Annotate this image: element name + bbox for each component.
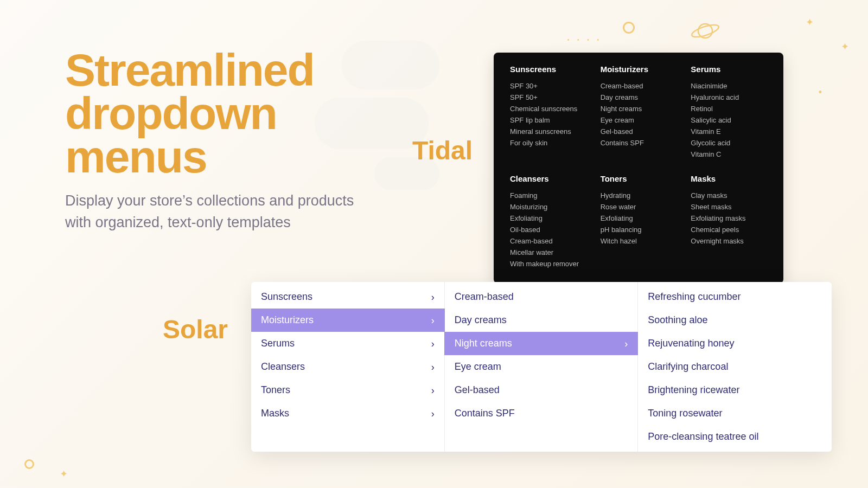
- tidal-menu-item[interactable]: Contains SPF: [601, 137, 677, 149]
- tidal-menu-item[interactable]: Night creams: [601, 103, 677, 114]
- solar-menu-item[interactable]: Refreshing cucumber: [638, 285, 832, 309]
- tidal-menu-item[interactable]: Moisturizing: [510, 201, 586, 213]
- tidal-column-title[interactable]: Cleansers: [510, 174, 586, 183]
- solar-menu-item[interactable]: Moisturizers›: [251, 309, 445, 332]
- sparkle-icon: ✦: [841, 41, 849, 53]
- tidal-menu-item[interactable]: Chemical peels: [691, 224, 767, 235]
- tidal-menu-item[interactable]: Eye cream: [601, 114, 677, 126]
- tidal-menu-item[interactable]: Hydrating: [601, 190, 677, 201]
- tidal-column-title[interactable]: Sunscreens: [510, 65, 586, 74]
- chevron-right-icon: ›: [431, 386, 435, 395]
- solar-menu-item[interactable]: Day creams: [445, 309, 638, 332]
- tidal-menu-item[interactable]: With makeup remover: [510, 258, 586, 269]
- solar-menu-item[interactable]: Masks›: [251, 402, 444, 425]
- tidal-menu-item[interactable]: Exfoliating: [601, 213, 677, 224]
- tidal-column-list: HydratingRose waterExfoliatingpH balanci…: [601, 190, 677, 247]
- svg-point-1: [691, 22, 720, 39]
- tidal-menu-item[interactable]: Exfoliating: [510, 213, 586, 224]
- solar-item-label: Cream-based: [455, 291, 514, 303]
- sparkle-icon: ✦: [806, 16, 814, 28]
- tidal-menu-item[interactable]: Overnight masks: [691, 235, 767, 247]
- tidal-column: SunscreensSPF 30+SPF 50+Chemical sunscre…: [510, 65, 586, 160]
- solar-level2-pane: Cream-basedDay creamsNight creams›Eye cr…: [445, 282, 639, 452]
- solar-item-label: Clarifying charcoal: [648, 361, 728, 373]
- tidal-menu-item[interactable]: For oily skin: [510, 137, 586, 149]
- tidal-menu-item[interactable]: SPF 50+: [510, 92, 586, 103]
- solar-item-label: Day creams: [455, 314, 507, 326]
- planet-icon: [689, 19, 722, 46]
- solar-menu-item[interactable]: Serums›: [251, 332, 444, 355]
- tidal-column-list: SPF 30+SPF 50+Chemical sunscreensSPF lip…: [510, 80, 586, 149]
- tidal-menu-item[interactable]: Cream-based: [601, 80, 677, 92]
- tidal-menu-item[interactable]: Clay masks: [691, 190, 767, 201]
- solar-menu-item[interactable]: Night creams›: [444, 332, 639, 355]
- tidal-menu-item[interactable]: Vitamin C: [691, 149, 767, 160]
- tidal-menu-item[interactable]: Micellar water: [510, 247, 586, 258]
- solar-level1-pane: Sunscreens›Moisturizers›Serums›Cleansers…: [251, 282, 445, 452]
- tidal-menu-item[interactable]: Gel-based: [601, 126, 677, 137]
- tidal-menu-item[interactable]: Sheet masks: [691, 201, 767, 213]
- tidal-column-title[interactable]: Masks: [691, 174, 767, 183]
- tidal-column-title[interactable]: Serums: [691, 65, 767, 74]
- tidal-menu-item[interactable]: pH balancing: [601, 224, 677, 235]
- tidal-menu-item[interactable]: Witch hazel: [601, 235, 677, 247]
- circle-icon: [24, 459, 34, 469]
- circle-icon: [623, 22, 635, 34]
- solar-menu-item[interactable]: Cream-based: [445, 285, 638, 309]
- solar-menu-item[interactable]: Brightening ricewater: [638, 378, 832, 402]
- solar-menu-item[interactable]: Contains SPF: [445, 402, 638, 425]
- tidal-column-list: NiacinimideHyaluronic acidRetinolSalicyl…: [691, 80, 767, 160]
- tidal-column: MasksClay masksSheet masksExfoliating ma…: [691, 172, 767, 269]
- tidal-menu-item[interactable]: Retinol: [691, 103, 767, 114]
- solar-menu-item[interactable]: Toning rosewater: [638, 402, 832, 425]
- solar-item-label: Brightening ricewater: [648, 384, 739, 396]
- solar-menu-item[interactable]: Eye cream: [445, 355, 638, 378]
- solar-menu-item[interactable]: Sunscreens›: [251, 285, 444, 309]
- tidal-menu-item[interactable]: Day creams: [601, 92, 677, 103]
- solar-item-label: Cleansers: [261, 361, 305, 373]
- solar-menu-item[interactable]: Cleansers›: [251, 355, 444, 378]
- solar-menu-item[interactable]: Rejuvenating honey: [638, 332, 832, 355]
- solar-menu-item[interactable]: Soothing aloe: [638, 309, 832, 332]
- page-subtitle: Display your store’s collections and pro…: [65, 190, 369, 233]
- tidal-menu-item[interactable]: Glycolic acid: [691, 137, 767, 149]
- tidal-menu-item[interactable]: Hyaluronic acid: [691, 92, 767, 103]
- tidal-menu-item[interactable]: Mineral sunscreens: [510, 126, 586, 137]
- solar-item-label: Contains SPF: [455, 408, 515, 419]
- solar-label: Solar: [163, 314, 228, 344]
- tidal-menu-item[interactable]: Oil-based: [510, 224, 586, 235]
- tidal-menu-item[interactable]: Niacinimide: [691, 80, 767, 92]
- chevron-right-icon: ›: [431, 339, 435, 349]
- tidal-menu-item[interactable]: Vitamin E: [691, 126, 767, 137]
- solar-item-label: Sunscreens: [261, 291, 312, 303]
- solar-item-label: Rejuvenating honey: [648, 338, 734, 349]
- tidal-column-title[interactable]: Toners: [601, 174, 677, 183]
- tidal-menu: SunscreensSPF 30+SPF 50+Chemical sunscre…: [494, 53, 783, 284]
- solar-menu-item[interactable]: Gel-based: [445, 378, 638, 402]
- tidal-menu-item[interactable]: Chemical sunscreens: [510, 103, 586, 114]
- solar-item-label: Night creams: [455, 338, 512, 349]
- chevron-right-icon: ›: [624, 339, 628, 349]
- solar-item-label: Refreshing cucumber: [648, 291, 741, 303]
- tidal-menu-item[interactable]: Cream-based: [510, 235, 586, 247]
- solar-item-label: Soothing aloe: [648, 314, 707, 326]
- tidal-column: TonersHydratingRose waterExfoliatingpH b…: [601, 172, 677, 269]
- solar-menu-item[interactable]: Toners›: [251, 378, 444, 402]
- solar-menu-item[interactable]: Pore-cleansing teatree oil: [638, 425, 832, 448]
- tidal-column-list: Clay masksSheet masksExfoliating masksCh…: [691, 190, 767, 247]
- solar-item-label: Moisturizers: [261, 314, 314, 326]
- tidal-menu-item[interactable]: Foaming: [510, 190, 586, 201]
- tidal-menu-item[interactable]: Salicylic acid: [691, 114, 767, 126]
- solar-item-label: Serums: [261, 338, 295, 349]
- chevron-right-icon: ›: [431, 409, 435, 419]
- tidal-menu-item[interactable]: Exfoliating masks: [691, 213, 767, 224]
- tidal-column-title[interactable]: Moisturizers: [601, 65, 677, 74]
- hero-section: Streamlined dropdown menus Display your …: [65, 49, 369, 233]
- page-title: Streamlined dropdown menus: [65, 49, 369, 178]
- chevron-right-icon: ›: [431, 362, 435, 372]
- solar-menu-item[interactable]: Clarifying charcoal: [638, 355, 832, 378]
- tidal-menu-item[interactable]: SPF lip balm: [510, 114, 586, 126]
- tidal-menu-item[interactable]: Rose water: [601, 201, 677, 213]
- tidal-menu-item[interactable]: SPF 30+: [510, 80, 586, 92]
- chevron-right-icon: ›: [431, 292, 435, 302]
